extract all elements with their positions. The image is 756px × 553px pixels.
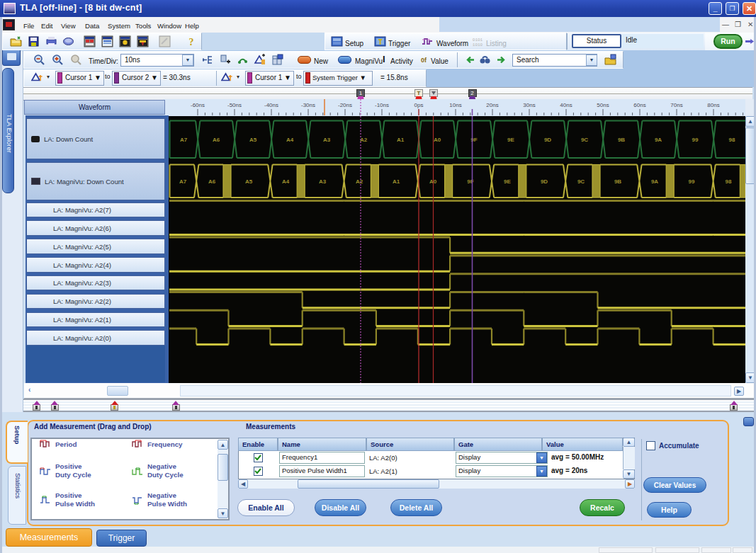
svg-text:A5: A5: [249, 137, 257, 143]
svg-text:A5: A5: [245, 178, 253, 185]
svg-text:9A: 9A: [651, 178, 658, 185]
svg-text:-30ns: -30ns: [301, 102, 315, 108]
svg-text:10ns: 10ns: [449, 102, 461, 108]
svg-text:A1: A1: [397, 137, 405, 143]
svg-text:0ps: 0ps: [414, 102, 424, 108]
svg-text:-20ns: -20ns: [338, 102, 352, 108]
svg-text:A6: A6: [213, 137, 220, 143]
svg-text:9C: 9C: [577, 178, 585, 185]
svg-text:-40ns: -40ns: [264, 102, 278, 108]
svg-text:99: 99: [689, 178, 695, 185]
svg-text:9E: 9E: [504, 178, 511, 185]
svg-text:-10ns: -10ns: [375, 102, 389, 108]
svg-text:50ns: 50ns: [597, 102, 609, 108]
svg-text:60ns: 60ns: [633, 102, 645, 108]
svg-text:-60ns: -60ns: [191, 102, 205, 108]
svg-text:0101: 0101: [473, 38, 483, 42]
svg-text:A4: A4: [282, 178, 290, 185]
svg-text:80ns: 80ns: [707, 102, 719, 108]
svg-text:A0: A0: [434, 137, 441, 143]
svg-text:9B: 9B: [614, 178, 621, 185]
svg-text:A6: A6: [208, 178, 216, 185]
svg-text:20ns: 20ns: [486, 102, 498, 108]
svg-text:9B: 9B: [618, 137, 625, 143]
svg-text:1010: 1010: [473, 42, 483, 47]
svg-text:A7: A7: [179, 178, 187, 185]
svg-text:98: 98: [726, 178, 732, 185]
svg-text:9D: 9D: [544, 137, 551, 143]
svg-text:A3: A3: [319, 178, 327, 185]
svg-text:A2: A2: [356, 178, 363, 185]
svg-text:9D: 9D: [541, 178, 548, 185]
svg-text:70ns: 70ns: [670, 102, 682, 108]
svg-text:A3: A3: [323, 137, 331, 143]
svg-text:30ns: 30ns: [523, 102, 535, 108]
svg-text:A1: A1: [393, 178, 400, 185]
svg-text:98: 98: [729, 137, 735, 143]
svg-text:A7: A7: [180, 137, 188, 143]
svg-text:9F: 9F: [467, 178, 473, 185]
svg-text:9E: 9E: [507, 137, 514, 143]
svg-text:9C: 9C: [581, 137, 588, 143]
svg-text:9A: 9A: [655, 137, 662, 143]
svg-text:A4: A4: [286, 137, 294, 143]
svg-text:40ns: 40ns: [560, 102, 572, 108]
svg-text:-50ns: -50ns: [227, 102, 242, 108]
svg-text:99: 99: [692, 137, 699, 143]
svg-text:?: ?: [189, 37, 194, 47]
